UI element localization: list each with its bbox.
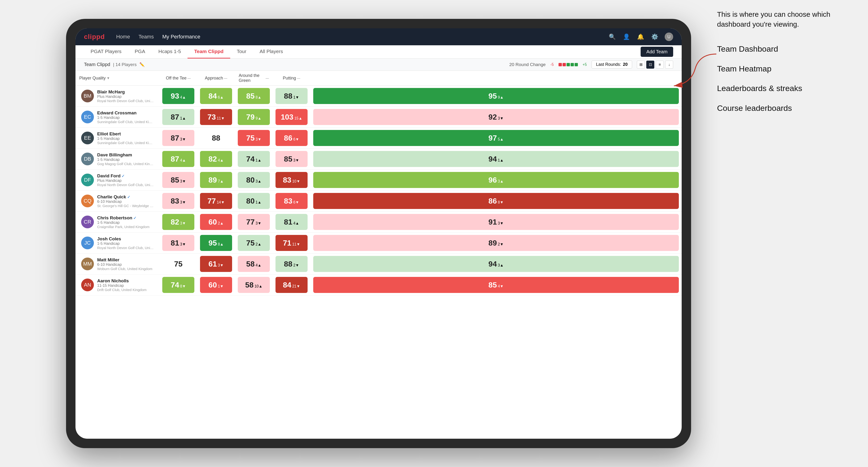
- score-value: 103: [281, 113, 293, 121]
- score-value: 75: [174, 260, 183, 269]
- th-player-quality-label: Player Quality: [79, 76, 106, 81]
- score-box: 81 3▼: [162, 235, 194, 251]
- score-content: 97 5▲: [489, 134, 503, 143]
- player-club: Sunningdale Golf Club, United Kingdom: [97, 141, 154, 145]
- player-name[interactable]: Elliot Ebert: [97, 131, 154, 136]
- player-cell-7: JC Josh Coles 1-5 Handicap Royal North D…: [75, 232, 159, 253]
- sub-nav-hcaps[interactable]: Hcaps 1-5: [152, 45, 187, 59]
- score-cell-off_tee-5: 77 14▼: [197, 191, 235, 212]
- score-cell-around_green-8: 88 2▼: [273, 253, 310, 275]
- score-content: 77 3▼: [246, 218, 261, 226]
- nav-links: Home Teams My Performance: [116, 34, 608, 40]
- score-value: 77: [246, 218, 255, 226]
- score-box: 97 5▲: [313, 130, 679, 146]
- player-name[interactable]: Josh Coles: [97, 236, 154, 242]
- score-box: 74 1▲: [238, 151, 270, 167]
- score-change: 10▼: [292, 179, 300, 184]
- nav-link-my-performance[interactable]: My Performance: [162, 34, 200, 40]
- sub-nav-tour[interactable]: Tour: [230, 45, 253, 59]
- score-cell-around_green-4: 83 10▼: [273, 169, 310, 191]
- score-change: 3▼: [180, 179, 186, 184]
- table-row[interactable]: EC Edward Crossman 1-5 Handicap Sunningd…: [75, 106, 682, 128]
- table-row[interactable]: BM Blair McHarg Plus Handicap Royal Nort…: [75, 86, 682, 106]
- score-cell-putting-6: 91 3▼: [310, 212, 682, 232]
- th-player-quality-sort[interactable]: ▼: [106, 76, 110, 80]
- score-cell-off_tee-3: 82 4▲: [197, 149, 235, 169]
- score-content: 84 6▲: [209, 92, 224, 100]
- player-club: Gog Magog Golf Club, United Kingdom: [97, 162, 154, 166]
- table-row[interactable]: AN Aaron Nicholls 11-15 Handicap Drift G…: [75, 275, 682, 295]
- player-name[interactable]: David Ford✓: [97, 173, 154, 179]
- score-cell-player_quality-5: 83 3▼: [159, 191, 197, 212]
- table-row[interactable]: CR Chris Robertson✓ 1-5 Handicap Craigmi…: [75, 212, 682, 232]
- player-handicap: 1-5 Handicap: [97, 136, 154, 141]
- player-avatar: JC: [81, 237, 94, 249]
- bar-segment-red-2: [563, 63, 566, 66]
- player-avatar: CR: [81, 216, 94, 228]
- person-icon[interactable]: 👤: [622, 33, 631, 41]
- player-name[interactable]: Blair McHarg: [97, 89, 154, 95]
- score-value: 84: [283, 281, 291, 289]
- th-putting-label: Putting: [283, 76, 296, 81]
- score-cell-approach-8: 58 4▲: [235, 253, 273, 275]
- score-box: 74 8▼: [162, 277, 194, 293]
- sub-nav-team-clippd[interactable]: Team Clippd: [187, 45, 230, 59]
- player-name[interactable]: Matt Miller: [97, 257, 152, 262]
- score-cell-player_quality-4: 85 3▼: [159, 169, 197, 191]
- score-value: 81: [171, 239, 179, 247]
- score-content: 58 4▲: [246, 260, 261, 269]
- th-off-tee-sort[interactable]: —: [187, 76, 191, 80]
- last-rounds-button[interactable]: Last Rounds: 20: [592, 60, 632, 69]
- score-value: 85: [284, 155, 292, 163]
- view-grid-button[interactable]: ⊞: [637, 61, 645, 69]
- score-content: 74 1▲: [246, 155, 261, 163]
- score-change: 15▲: [294, 116, 302, 121]
- th-approach-sort[interactable]: —: [224, 76, 227, 80]
- table-row[interactable]: JC Josh Coles 1-5 Handicap Royal North D…: [75, 232, 682, 253]
- table-row[interactable]: CQ Charlie Quick✓ 6-10 Handicap St. Geor…: [75, 191, 682, 212]
- player-name[interactable]: Dave Billingham: [97, 152, 154, 158]
- score-change: 6▼: [293, 200, 299, 205]
- table-row[interactable]: MM Matt Miller 6-10 Handicap Woburn Golf…: [75, 253, 682, 275]
- player-handicap: 1-5 Handicap: [97, 242, 154, 246]
- th-around-green-sort[interactable]: —: [266, 76, 269, 80]
- player-name[interactable]: Charlie Quick✓: [97, 194, 154, 199]
- bell-icon[interactable]: 🔔: [637, 33, 645, 41]
- search-icon[interactable]: 🔍: [608, 33, 617, 41]
- player-avatar: BM: [81, 90, 94, 102]
- edit-icon[interactable]: ✏️: [140, 62, 145, 67]
- score-box: 96 3▲: [313, 172, 679, 188]
- change-negative: -5: [550, 63, 554, 67]
- score-cell-putting-3: 94 1▲: [310, 149, 682, 169]
- table-header: Player Quality ▼ Off the Tee —: [75, 71, 682, 86]
- score-box: 82 4▲: [200, 151, 232, 167]
- score-cell-off_tee-6: 60 2▲: [197, 212, 235, 232]
- score-change: 3▼: [498, 221, 503, 225]
- score-value: 89: [209, 176, 217, 184]
- player-club: St. George's Hill GC - Weybridge - Surre…: [97, 204, 154, 208]
- score-cell-around_green-9: 84 21▼: [273, 275, 310, 295]
- table-row[interactable]: EE Elliot Ebert 1-5 Handicap Sunningdale…: [75, 128, 682, 149]
- sub-nav-pgat-players[interactable]: PGAT Players: [84, 45, 128, 59]
- settings-icon[interactable]: ⚙️: [651, 33, 659, 41]
- view-heatmap-button[interactable]: ⊡: [646, 61, 654, 69]
- table-row[interactable]: DF David Ford✓ Plus Handicap Royal North…: [75, 169, 682, 191]
- score-cell-approach-1: 79 9▲: [235, 106, 273, 128]
- nav-link-teams[interactable]: Teams: [138, 34, 154, 40]
- sub-nav-pga[interactable]: PGA: [128, 45, 152, 59]
- table-row[interactable]: DB Dave Billingham 1-5 Handicap Gog Mago…: [75, 149, 682, 169]
- player-name[interactable]: Edward Crossman: [97, 111, 154, 116]
- score-content: 92 3▼: [489, 113, 503, 121]
- sub-nav-all-players[interactable]: All Players: [253, 45, 290, 59]
- nav-link-home[interactable]: Home: [116, 34, 130, 40]
- th-putting-sort[interactable]: —: [297, 76, 300, 80]
- score-content: 85 3▼: [171, 176, 186, 184]
- player-name[interactable]: Chris Robertson✓: [97, 215, 150, 220]
- score-value: 61: [209, 260, 217, 269]
- score-change: 9▲: [255, 116, 261, 121]
- player-name[interactable]: Aaron Nicholls: [97, 278, 147, 283]
- score-content: 83 10▼: [283, 176, 300, 184]
- score-value: 77: [207, 197, 216, 206]
- avatar[interactable]: U: [665, 33, 673, 41]
- score-content: 95 8▲: [209, 239, 224, 247]
